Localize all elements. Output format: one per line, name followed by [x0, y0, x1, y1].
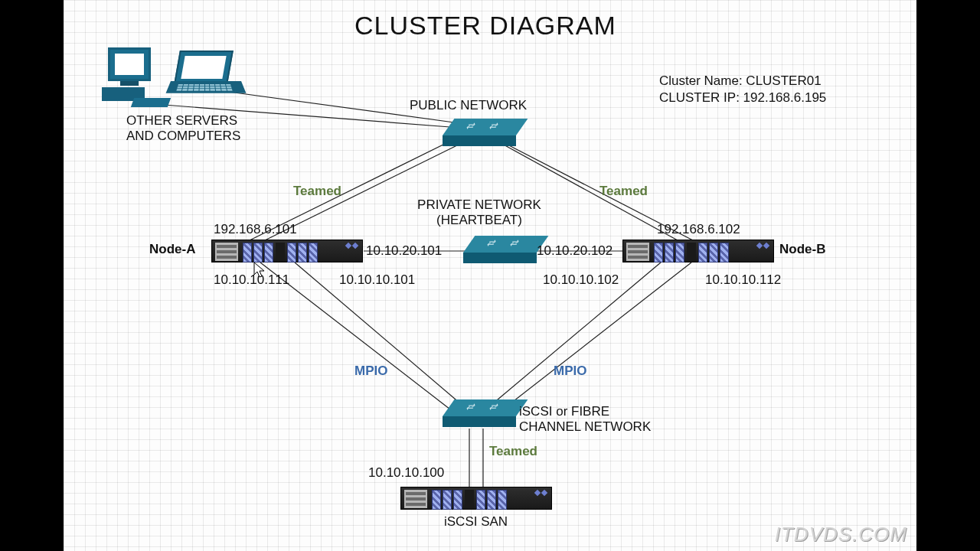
node-a-hb-ip: 10.10.20.101	[366, 243, 442, 259]
iscsi-san-icon	[400, 487, 552, 510]
node-a-iscsi-ip-1: 10.10.10.111	[214, 272, 289, 288]
iscsi-san-label: iSCSI SAN	[444, 514, 508, 530]
node-b-public-ip: 192.168.6.102	[657, 222, 740, 237]
public-switch-icon: ⇄⇄	[443, 119, 516, 142]
clients-caption-2: AND COMPUTERS	[126, 129, 240, 144]
public-network-label: PUBLIC NETWORK	[410, 98, 527, 113]
heartbeat-switch-icon: ⇄⇄	[463, 236, 537, 259]
desktop-icon	[102, 47, 163, 109]
private-network-label-2: (HEARTBEAT)	[380, 213, 579, 228]
node-a-label: Node-A	[149, 242, 195, 257]
cluster-ip-label: CLUSTER IP: 192.168.6.195	[659, 90, 826, 106]
private-network-label-1: PRIVATE NETWORK	[380, 197, 579, 213]
mpio-label-left: MPIO	[354, 364, 387, 379]
cursor-icon	[253, 262, 266, 279]
teamed-label-san: Teamed	[489, 444, 537, 459]
storage-network-label-2: CHANNEL NETWORK	[519, 419, 651, 435]
node-a-server-icon	[211, 240, 363, 262]
storage-switch-icon: ⇄⇄	[443, 399, 516, 422]
san-ip: 10.10.10.100	[368, 465, 444, 481]
teamed-label-left: Teamed	[293, 184, 341, 199]
page-title: CLUSTER DIAGRAM	[354, 11, 616, 41]
node-b-hb-ip: 10.10.20.102	[537, 243, 612, 259]
node-b-iscsi-ip-2: 10.10.10.112	[705, 272, 781, 288]
node-a-public-ip: 192.168.6.101	[214, 222, 297, 237]
storage-network-label-1: iSCSI or FIBRE	[519, 404, 609, 419]
watermark: ITDVDS.COM	[775, 523, 907, 546]
laptop-icon	[171, 51, 240, 104]
node-b-label: Node-B	[779, 242, 825, 257]
node-b-iscsi-ip-1: 10.10.10.102	[543, 272, 619, 288]
node-b-server-icon	[622, 240, 774, 262]
mpio-label-right: MPIO	[554, 364, 586, 379]
cluster-name-label: Cluster Name: CLUSTER01	[659, 73, 822, 89]
node-a-iscsi-ip-2: 10.10.10.101	[339, 272, 415, 288]
clients-caption-1: OTHER SERVERS	[126, 113, 237, 129]
teamed-label-right: Teamed	[599, 184, 648, 199]
